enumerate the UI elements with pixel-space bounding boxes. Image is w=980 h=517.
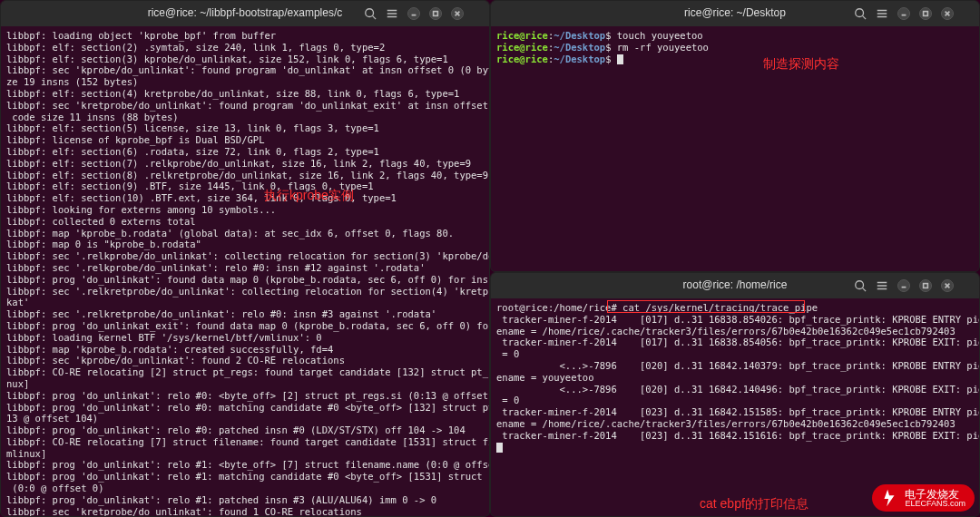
output-line: libbpf: sec '.relkprobe/do_unlinkat': co… bbox=[6, 250, 484, 262]
terminal-window-top-right[interactable]: rice@rice: ~/Desktop rice@rice:~/Desktop… bbox=[490, 0, 980, 272]
svg-point-18 bbox=[855, 281, 863, 289]
output-line: <...>-7896 [020] d..31 16842.140496: bpf… bbox=[496, 384, 974, 395]
close-button[interactable] bbox=[941, 7, 954, 20]
prompt-line: rice@rice:~/Desktop$ bbox=[496, 54, 974, 65]
output-line: libbpf: loading object 'kprobe_bpf' from… bbox=[6, 30, 484, 42]
terminal-output[interactable]: rice@rice:~/Desktop$ touch youyeetoorice… bbox=[491, 26, 979, 271]
output-line: libbpf: CO-RE relocating [2] struct pt_r… bbox=[6, 366, 484, 378]
minimize-button[interactable] bbox=[897, 7, 910, 20]
watermark-url: ELECFANS.com bbox=[905, 500, 965, 508]
output-line: libbpf: prog 'do_unlinkat': relo #1: pat… bbox=[6, 494, 484, 506]
output-line: libbpf: map 'kprobe_b.rodata': created s… bbox=[6, 344, 484, 356]
output-line: ename = youyeetoo bbox=[496, 372, 974, 384]
output-line: libbpf: elf: section(8) .relkretprobe/do… bbox=[6, 170, 484, 181]
output-line: libbpf: prog 'do_unlinkat': relo #0: <by… bbox=[6, 390, 484, 402]
maximize-button[interactable] bbox=[919, 279, 932, 292]
output-line: code size 11 insns (88 bytes) bbox=[6, 112, 484, 123]
svg-rect-6 bbox=[433, 12, 437, 16]
window-title: rice@rice: ~/Desktop bbox=[617, 6, 854, 21]
menu-icon[interactable] bbox=[876, 7, 888, 20]
titlebar[interactable]: root@rice: /home/rice bbox=[491, 273, 979, 298]
titlebar[interactable]: rice@rice: ~/Desktop bbox=[491, 1, 979, 26]
terminal-window-bottom-right[interactable]: root@rice: /home/rice root@rice:/home/ri… bbox=[490, 272, 980, 517]
output-line: = 0 bbox=[496, 348, 974, 360]
output-line: libbpf: license of kprobe_bpf is Dual BS… bbox=[6, 134, 484, 146]
titlebar[interactable]: rice@rice: ~/libbpf-bootstrap/examples/c bbox=[1, 1, 489, 26]
output-line: libbpf: sec '.relkprobe/do_unlinkat': re… bbox=[6, 262, 484, 274]
output-line: libbpf: prog 'do_unlinkat': relo #1: mat… bbox=[6, 471, 484, 483]
window-title: rice@rice: ~/libbpf-bootstrap/examples/c bbox=[127, 6, 364, 21]
prompt-line: rice@rice:~/Desktop$ rm -rf youyeetoo bbox=[496, 42, 974, 54]
maximize-button[interactable] bbox=[429, 7, 442, 20]
svg-line-1 bbox=[372, 16, 376, 20]
output-line: libbpf: sec '.relkretprobe/do_unlinkat':… bbox=[6, 286, 484, 298]
minimize-button[interactable] bbox=[407, 7, 420, 20]
output-line: nux] bbox=[6, 378, 484, 390]
output-line: libbpf: loading kernel BTF '/sys/kernel/… bbox=[6, 332, 484, 344]
output-line: libbpf: prog 'do_unlinkat': relo #1: <by… bbox=[6, 459, 484, 471]
output-line: libbpf: elf: section(5) license, size 13… bbox=[6, 122, 484, 134]
search-icon[interactable] bbox=[854, 7, 867, 20]
output-line: libbpf: elf: section(6) .rodata, size 72… bbox=[6, 146, 484, 158]
svg-line-19 bbox=[862, 288, 866, 292]
prompt-line: rice@rice:~/Desktop$ touch youyeetoo bbox=[496, 30, 974, 42]
output-line: libbpf: map 'kprobe_b.rodata' (global da… bbox=[6, 228, 484, 239]
output-line: kat' bbox=[6, 297, 484, 308]
maximize-button[interactable] bbox=[919, 7, 932, 20]
output-line: libbpf: prog 'do_unlinkat_exit': found d… bbox=[6, 320, 484, 332]
terminal-output[interactable]: libbpf: loading object 'kprobe_bpf' from… bbox=[1, 26, 489, 516]
output-line: tracker-miner-f-2014 [023] d..31 16842.1… bbox=[496, 430, 974, 442]
output-line: libbpf: elf: section(4) kretprobe/do_unl… bbox=[6, 88, 484, 100]
close-button[interactable] bbox=[451, 7, 464, 20]
output-line: = 0 bbox=[496, 395, 974, 406]
cursor bbox=[496, 443, 503, 453]
terminal-output[interactable]: root@rice:/home/rice# cat /sys/kernel/tr… bbox=[491, 298, 979, 516]
output-line: 13 @ offset 104) bbox=[6, 413, 484, 424]
output-line: libbpf: CO-RE relocating [7] struct file… bbox=[6, 436, 484, 448]
minimize-button[interactable] bbox=[897, 279, 910, 292]
svg-point-9 bbox=[855, 9, 863, 17]
prompt-line: root@rice:/home/rice# cat /sys/kernel/tr… bbox=[496, 302, 974, 314]
output-line: mlinux] bbox=[6, 448, 484, 460]
output-line: libbpf: prog 'do_unlinkat': found data m… bbox=[6, 274, 484, 286]
output-line: libbpf: elf: section(3) kprobe/do_unlink… bbox=[6, 54, 484, 65]
output-line: libbpf: elf: section(10) .BTF.ext, size … bbox=[6, 192, 484, 204]
output-line: <...>-7896 [020] d..31 16842.140379: bpf… bbox=[496, 360, 974, 372]
menu-icon[interactable] bbox=[876, 279, 888, 292]
output-line: libbpf: prog 'do_unlinkat': relo #0: pat… bbox=[6, 424, 484, 436]
output-line: libbpf: looking for externs among 10 sym… bbox=[6, 204, 484, 216]
output-line: libbpf: prog 'do_unlinkat': relo #0: mat… bbox=[6, 402, 484, 414]
output-line: libbpf: map 0 is "kprobe_b.rodata" bbox=[6, 239, 484, 250]
output-line: libbpf: elf: section(2) .symtab, size 24… bbox=[6, 42, 484, 54]
output-line: tracker-miner-f-2014 [017] d..31 16838.8… bbox=[496, 314, 974, 326]
close-button[interactable] bbox=[941, 279, 954, 292]
menu-icon[interactable] bbox=[386, 7, 398, 20]
output-line: libbpf: sec 'kretprobe/do_unlinkat': fou… bbox=[6, 100, 484, 112]
output-line: libbpf: sec 'kprobe/do_unlinkat': found … bbox=[6, 64, 484, 76]
output-line: tracker-miner-f-2014 [023] d..31 16842.1… bbox=[496, 406, 974, 418]
output-line: libbpf: collected 0 externs total bbox=[6, 216, 484, 228]
watermark-name: 电子发烧友 bbox=[905, 489, 965, 500]
cursor bbox=[617, 54, 623, 64]
output-line: ename = /home/rice/.cache/tracker3/files… bbox=[496, 418, 974, 430]
output-line: libbpf: elf: section(7) .relkprobe/do_un… bbox=[6, 158, 484, 170]
output-line: libbpf: sec 'kprobe/do_unlinkat': found … bbox=[6, 355, 484, 366]
svg-rect-15 bbox=[923, 12, 927, 16]
svg-point-0 bbox=[365, 9, 373, 17]
output-line: libbpf: sec '.relkretprobe/do_unlinkat':… bbox=[6, 308, 484, 320]
watermark-badge: 电子发烧友 ELECFANS.com bbox=[872, 484, 975, 512]
window-title: root@rice: /home/rice bbox=[617, 278, 854, 293]
output-line: ename = /home/rice/.cache/tracker3/files… bbox=[496, 326, 974, 337]
svg-rect-24 bbox=[923, 284, 927, 288]
output-line: libbpf: elf: section(9) .BTF, size 1445,… bbox=[6, 180, 484, 192]
terminal-window-left[interactable]: rice@rice: ~/libbpf-bootstrap/examples/c… bbox=[0, 0, 490, 517]
output-line: tracker-miner-f-2014 [017] d..31 16838.8… bbox=[496, 337, 974, 348]
cursor-line bbox=[496, 442, 974, 454]
output-line: (0:0 @ offset 0) bbox=[6, 483, 484, 494]
spark-icon bbox=[879, 488, 899, 508]
svg-line-10 bbox=[862, 16, 866, 20]
search-icon[interactable] bbox=[364, 7, 377, 20]
output-line: libbpf: sec 'kretprobe/do_unlinkat': fou… bbox=[6, 506, 484, 516]
search-icon[interactable] bbox=[854, 279, 867, 292]
output-line: ze 19 insns (152 bytes) bbox=[6, 76, 484, 88]
